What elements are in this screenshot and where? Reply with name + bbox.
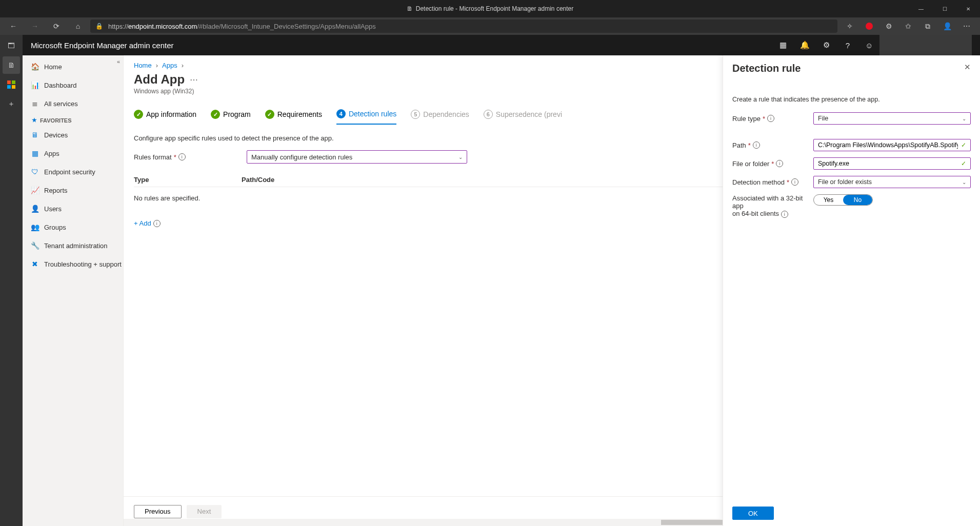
step-detection-rules[interactable]: 4Detection rules [336,109,396,125]
nav-label: Devices [44,131,68,139]
info-icon[interactable]: i [178,153,186,160]
panel-title: Detection rule [732,63,801,74]
path-field[interactable] [818,141,958,149]
info-icon[interactable]: i [781,211,788,218]
step-requirements[interactable]: Requirements [265,109,322,125]
url-domain: endpoint.microsoft.com [128,23,197,30]
nav-label: Groups [44,224,66,231]
scrollbar-thumb[interactable] [661,520,723,525]
associated-32bit-toggle[interactable]: Yes No [813,194,873,206]
step-app-information[interactable]: App information [134,109,196,125]
toggle-no[interactable]: No [843,195,872,205]
nav-users[interactable]: 👤Users [23,199,123,218]
info-icon[interactable]: i [791,178,798,186]
profile-avatar[interactable]: 👤 [938,19,956,33]
nav-dashboard[interactable]: 📊Dashboard [23,76,123,94]
feedback-icon[interactable]: ☺ [859,35,879,55]
nav-label: Endpoint security [44,168,95,176]
extensions-icon[interactable]: ⚙ [879,19,898,33]
nav-devices[interactable]: 🖥Devices [23,126,123,144]
settings-icon[interactable]: ⚙ [816,35,836,55]
nav-troubleshooting[interactable]: ✖Troubleshooting + support [23,255,123,273]
new-tab-button[interactable]: ＋ [3,95,20,113]
info-icon[interactable]: i [753,141,760,149]
collections-icon[interactable]: ⧉ [918,19,937,33]
add-rule-link[interactable]: + Add i [134,219,161,227]
minimize-button[interactable]: ― [909,0,933,17]
dashboard-icon: 📊 [31,81,39,89]
cloud-shell-icon[interactable]: ▦ [773,35,793,55]
step-dependencies: 5Dependencies [411,109,469,125]
home-button[interactable]: ⌂ [69,19,87,33]
close-window-button[interactable]: ✕ [956,0,980,17]
portal-header: Microsoft Endpoint Manager admin center … [23,35,980,55]
left-navigation: « 🏠Home 📊Dashboard ≣All services ★FAVORI… [23,55,124,526]
nav-endpoint-security[interactable]: 🛡Endpoint security [23,163,123,181]
nav-all-services[interactable]: ≣All services [23,94,123,113]
more-actions-button[interactable]: ⋯ [190,75,198,85]
info-icon[interactable]: i [776,160,783,167]
window-title: Detection rule - Microsoft Endpoint Mana… [416,5,573,12]
info-icon[interactable]: i [153,220,161,227]
menu-button[interactable]: ⋯ [957,19,976,33]
check-icon [134,110,143,119]
rule-type-select[interactable]: File⌄ [813,112,971,125]
col-path: Path/Code [242,176,274,184]
breadcrumb-apps[interactable]: Apps [162,62,177,69]
file-input[interactable]: ✓ [813,157,971,170]
nav-label: Troubleshooting + support [44,260,122,268]
notifications-icon[interactable]: 🔔 [794,35,815,55]
nav-label: Apps [44,150,59,157]
previous-button[interactable]: Previous [134,505,182,518]
nav-home[interactable]: 🏠Home [23,57,123,76]
favorite-star-icon[interactable]: ✧ [841,19,859,33]
col-type: Type [134,176,242,184]
file-field[interactable] [818,160,958,167]
svg-rect-1 [12,80,15,84]
account-menu[interactable] [879,35,972,55]
info-icon[interactable]: i [767,115,774,122]
url-prefix: https:// [108,23,128,30]
refresh-button[interactable]: ⟳ [47,19,66,33]
rules-format-select[interactable]: Manually configure detection rules ⌄ [247,150,467,164]
step-supersedence: 6Supersedence (previ [484,109,562,125]
step-label: Program [223,110,251,118]
maximize-button[interactable]: ☐ [933,0,956,17]
breadcrumb-home[interactable]: Home [134,62,152,69]
step-label: Detection rules [349,110,396,118]
tab-windows[interactable] [3,76,20,93]
nav-reports[interactable]: 📈Reports [23,181,123,199]
chevron-right-icon: › [182,62,184,69]
path-input[interactable]: ✓ [813,139,971,151]
close-panel-button[interactable]: ✕ [964,63,971,72]
forward-button[interactable]: → [26,19,44,33]
nav-tenant-admin[interactable]: 🔧Tenant administration [23,236,123,255]
back-button[interactable]: ← [4,19,23,33]
tab-current[interactable]: 🗎 [3,56,20,74]
extension-red-icon[interactable] [860,19,878,33]
horizontal-scrollbar[interactable] [124,519,723,526]
document-icon: 🗎 [407,5,413,12]
address-bar[interactable]: 🔒 https://endpoint.microsoft.com/#blade/… [90,19,837,33]
step-label: Supersedence (previ [496,110,562,118]
select-value: Manually configure detection rules [251,153,352,161]
svg-rect-2 [7,85,11,89]
nav-apps[interactable]: ▦Apps [23,144,123,163]
page-title: Add App [134,72,185,87]
help-icon[interactable]: ? [837,35,858,55]
next-button[interactable]: Next [187,505,222,518]
devices-icon: 🖥 [31,131,39,139]
nav-groups[interactable]: 👥Groups [23,218,123,236]
select-value: File or folder exists [818,178,872,186]
tab-thumbnail[interactable]: 🗔 [3,37,20,54]
detection-method-select[interactable]: File or folder exists⌄ [813,176,971,188]
ok-button[interactable]: OK [732,507,774,520]
step-number: 6 [484,110,493,119]
step-label: App information [146,110,196,118]
toggle-yes[interactable]: Yes [814,195,843,205]
collapse-nav-button[interactable]: « [117,58,120,65]
chevron-down-icon: ⌄ [962,179,966,185]
select-value: File [818,115,828,122]
step-program[interactable]: Program [211,109,251,125]
favorites-bar-icon[interactable]: ✩ [899,19,917,33]
